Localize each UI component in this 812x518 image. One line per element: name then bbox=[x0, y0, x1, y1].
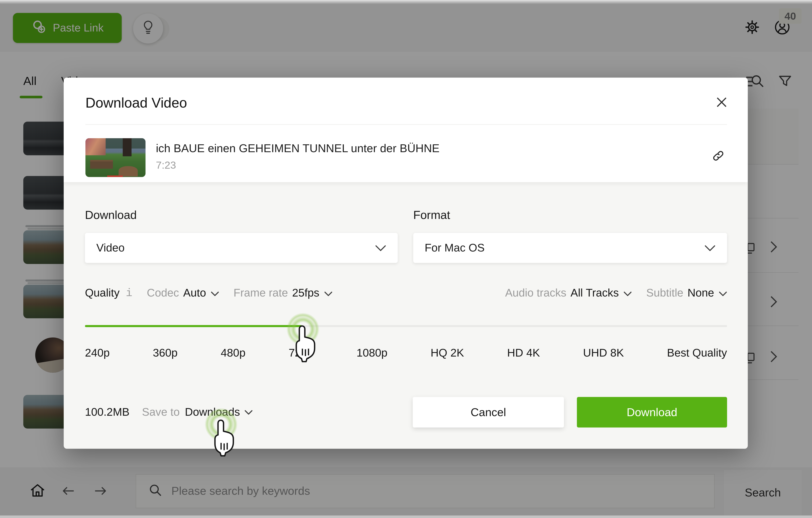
chevron-down-icon[interactable] bbox=[624, 286, 632, 300]
quality-step[interactable]: 360p bbox=[153, 347, 178, 360]
window-bottom-edge bbox=[0, 515, 812, 518]
cancel-button[interactable]: Cancel bbox=[413, 397, 564, 427]
dialog-header-section: Download Video ich BAUE einen GEHEIMEN T… bbox=[64, 78, 748, 182]
quality-step[interactable]: Best Quality bbox=[667, 347, 727, 360]
info-icon[interactable]: i bbox=[126, 287, 133, 299]
quality-slider[interactable] bbox=[85, 325, 727, 327]
format-select[interactable]: For Mac OS bbox=[413, 233, 727, 263]
chevron-down-icon bbox=[375, 241, 386, 254]
audio-tracks-label: Audio tracks bbox=[505, 286, 567, 300]
audio-tracks-value[interactable]: All Tracks bbox=[571, 286, 619, 300]
download-type-value: Video bbox=[96, 241, 125, 254]
chevron-down-icon bbox=[704, 241, 716, 254]
download-type-select[interactable]: Video bbox=[85, 233, 398, 263]
quality-step[interactable]: UHD 8K bbox=[583, 347, 624, 360]
quality-step[interactable]: 480p bbox=[221, 347, 245, 360]
hand-cursor-slider bbox=[293, 324, 320, 364]
thumbnail-detail bbox=[123, 138, 132, 156]
video-title: ich BAUE einen GEHEIMEN TUNNEL unter der… bbox=[156, 142, 674, 155]
chevron-down-icon[interactable] bbox=[719, 286, 727, 300]
quality-options-row: Quality i Codec Auto Frame rate 25fps bbox=[85, 282, 727, 303]
file-size: 100.2MB bbox=[85, 406, 129, 419]
codec-value[interactable]: Auto bbox=[183, 286, 206, 300]
chevron-down-icon[interactable] bbox=[245, 408, 253, 417]
format-field-label: Format bbox=[413, 209, 450, 222]
codec-label: Codec bbox=[147, 286, 179, 300]
download-button[interactable]: Download bbox=[577, 397, 727, 427]
thumbnail-progress bbox=[107, 175, 123, 177]
subtitle-value[interactable]: None bbox=[688, 286, 714, 300]
subtitle-label: Subtitle bbox=[646, 286, 684, 300]
framerate-label: Frame rate bbox=[233, 286, 288, 300]
format-value: For Mac OS bbox=[425, 241, 485, 254]
download-field-label: Download bbox=[85, 209, 137, 222]
chevron-down-icon[interactable] bbox=[324, 286, 332, 300]
video-duration: 7:23 bbox=[156, 159, 176, 171]
quality-label: Quality bbox=[85, 286, 120, 300]
chevron-down-icon[interactable] bbox=[211, 286, 219, 300]
save-to-label: Save to bbox=[142, 406, 180, 419]
quality-step[interactable]: HQ 2K bbox=[431, 347, 464, 360]
source-link-icon[interactable] bbox=[712, 149, 725, 162]
quality-slider-fill bbox=[85, 325, 302, 327]
quality-step-labels: 240p 360p 480p 720p 1080p HQ 2K HD 4K UH… bbox=[85, 347, 727, 360]
header-divider bbox=[85, 124, 727, 125]
close-button[interactable] bbox=[717, 97, 726, 106]
app-window: Paste Link bbox=[0, 0, 812, 518]
quality-step[interactable]: HD 4K bbox=[507, 347, 540, 360]
thumbnail-facecam bbox=[85, 138, 106, 155]
dialog-title: Download Video bbox=[85, 95, 187, 111]
thumbnail-detail bbox=[118, 166, 138, 176]
download-video-dialog: Download Video ich BAUE einen GEHEIMEN T… bbox=[64, 78, 748, 449]
video-thumbnail bbox=[85, 138, 145, 177]
quality-step[interactable]: 1080p bbox=[356, 347, 387, 360]
thumbnail-detail bbox=[90, 160, 113, 169]
window-top-edge bbox=[0, 0, 812, 4]
quality-step[interactable]: 240p bbox=[85, 347, 110, 360]
hand-cursor-save-to bbox=[211, 418, 238, 459]
framerate-value[interactable]: 25fps bbox=[292, 286, 319, 300]
